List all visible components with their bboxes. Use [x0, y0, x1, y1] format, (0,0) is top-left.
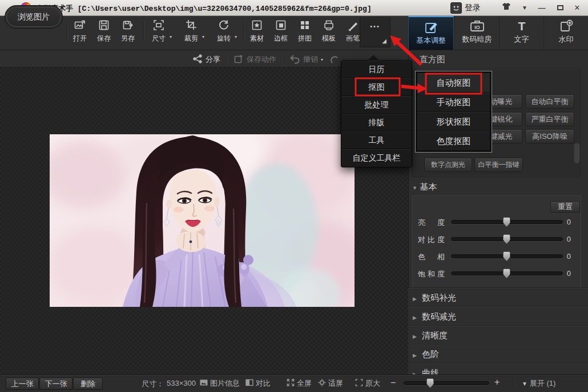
chevron-down-icon[interactable]: ▾	[321, 57, 323, 62]
toolbar-save[interactable]: 保存	[92, 19, 115, 43]
open-icon	[69, 19, 91, 33]
close-button[interactable]: ✕	[571, 2, 583, 14]
menu-item-calendar[interactable]: 日历	[341, 61, 412, 78]
login-button[interactable]: 登录	[465, 3, 481, 13]
zoom-slider[interactable]	[404, 381, 489, 385]
submenu-item-chroma-cutout[interactable]: 色度抠图	[417, 131, 490, 150]
section-levels[interactable]: ▶色阶	[408, 345, 588, 363]
tab-darkroom-label: 数码暗房	[462, 35, 492, 43]
skin-icon[interactable]	[500, 2, 513, 14]
more-tools-button[interactable]: ••• ◢	[360, 18, 390, 47]
toolbar-separator	[143, 21, 144, 39]
menu-item-cutout[interactable]: 抠图	[341, 78, 412, 96]
saturation-label: 饱和度	[418, 269, 451, 279]
corner-triangle-icon: ◢	[382, 38, 386, 44]
toolbar-frame-label: 边框	[269, 34, 292, 43]
tab-darkroom[interactable]: IO 数码暗房	[454, 16, 499, 50]
fit-screen-label: 适屏	[328, 378, 343, 389]
menu-item-batch[interactable]: 批处理	[341, 96, 412, 114]
svg-text:T: T	[518, 19, 525, 33]
submenu-item-auto-cutout[interactable]: 自动抠图	[417, 73, 490, 92]
crop-icon	[180, 19, 203, 33]
original-size-button[interactable]: 原大	[355, 378, 380, 389]
app-window: 光影魔术手 [C:\Users\user\Desktop\img\u=32206…	[0, 0, 588, 392]
menu-item-tools[interactable]: 工具	[341, 131, 412, 149]
svg-text:IO: IO	[474, 25, 480, 30]
chevron-expanded-icon: ▼	[412, 185, 417, 191]
chevron-down-icon[interactable]: ▾	[202, 34, 204, 39]
menu-item-layout[interactable]: 排版	[341, 114, 412, 131]
zoom-out-button[interactable]: −	[390, 378, 396, 388]
saturation-value: 0	[562, 269, 571, 278]
zoom-in-button[interactable]: +	[494, 377, 500, 387]
high-iso-denoise-button[interactable]: 高ISO降噪	[525, 129, 574, 143]
reset-button[interactable]: 重置	[550, 201, 580, 213]
tab-text[interactable]: T 文字	[499, 16, 543, 50]
section-fill-light[interactable]: ▶数码补光	[408, 288, 588, 307]
share-icon	[192, 54, 203, 66]
browse-images-button[interactable]: 浏览图片	[5, 5, 63, 29]
submenu-item-shape-cutout[interactable]: 形状抠图	[417, 112, 490, 131]
more-tools-menu: 日历 抠图 批处理 排版 工具 自定义工具栏	[341, 60, 412, 167]
save-action-button[interactable]: 保存动作	[233, 54, 276, 65]
chevron-down-icon[interactable]: ▾	[235, 34, 237, 39]
tab-basic-adjust[interactable]: 基本调整	[408, 16, 454, 50]
delete-image-button[interactable]: 删除	[73, 378, 103, 390]
contrast-label: 对比度	[418, 235, 451, 245]
redo-icon[interactable]	[330, 55, 340, 67]
fit-screen-button[interactable]: 适屏	[318, 378, 343, 389]
severe-white-balance-button[interactable]: 严重白平衡	[525, 112, 574, 126]
toolbar-save-as[interactable]: 另存	[116, 19, 139, 43]
login-avatar-icon[interactable]	[450, 2, 462, 14]
toolbar-material[interactable]: 素材	[245, 19, 268, 43]
toolbar-crop[interactable]: 裁剪	[180, 19, 203, 43]
cutout-submenu: 自动抠图 手动抠图 形状抠图 色度抠图	[415, 71, 492, 153]
minimize-button[interactable]: —	[535, 2, 548, 14]
size-value: 533×300	[167, 379, 196, 387]
auto-white-balance-button[interactable]: 自动白平衡	[525, 94, 574, 109]
image-info-button[interactable]: 图片信息	[200, 378, 240, 389]
previous-image-button[interactable]: 上一张	[6, 378, 39, 390]
compare-button[interactable]: 对比	[245, 378, 271, 389]
white-balance-one-touch-button[interactable]: 白平衡一指键	[474, 158, 523, 172]
frame-icon	[269, 19, 292, 33]
share-button[interactable]: 分享	[192, 54, 220, 65]
resize-icon	[147, 19, 170, 33]
toolbar-save-label: 保存	[92, 34, 115, 43]
compare-label: 对比	[256, 378, 271, 389]
toolbar-collage[interactable]: 拼图	[293, 19, 316, 43]
toolbar-collage-label: 拼图	[293, 34, 316, 43]
tray-arrow-icon[interactable]: ▼	[518, 2, 531, 14]
toolbar-open-label: 打开	[69, 34, 91, 43]
toolbar-rotate[interactable]: 旋转	[212, 19, 235, 43]
toolbar-frame[interactable]: 边框	[269, 19, 292, 43]
actionbar-separator	[281, 53, 281, 65]
submenu-item-manual-cutout[interactable]: 手动抠图	[417, 93, 490, 111]
toolbar-template[interactable]: 模板	[317, 19, 340, 43]
share-label: 分享	[206, 54, 220, 65]
fullscreen-button[interactable]: 全屏	[287, 378, 312, 389]
undo-button[interactable]: 撤销 ▾	[289, 54, 323, 65]
expand-panel-button[interactable]: ▼ 展开 (1)	[522, 378, 555, 389]
maximize-button[interactable]	[557, 5, 563, 10]
template-icon	[317, 19, 340, 33]
section-dim-light[interactable]: ▶数码减光	[408, 307, 588, 326]
toolbar-separator	[244, 21, 244, 39]
photo-preview[interactable]	[50, 134, 355, 307]
save-action-icon	[233, 54, 244, 66]
section-basic-header[interactable]: ▼ 基本	[412, 182, 437, 193]
chevron-down-icon[interactable]: ▾	[170, 34, 172, 39]
toolbar-resize[interactable]: 尺寸	[147, 19, 170, 43]
original-size-label: 原大	[365, 378, 380, 389]
digital-spot-metering-button[interactable]: 数字点测光	[424, 158, 472, 172]
toolbar-open[interactable]: 打开	[69, 19, 91, 43]
menu-item-customize-toolbar[interactable]: 自定义工具栏	[341, 149, 412, 167]
panel-scrollbar[interactable]	[574, 143, 580, 163]
actionbar-separator	[226, 53, 227, 65]
hue-value: 0	[562, 252, 571, 261]
next-image-button[interactable]: 下一张	[39, 378, 73, 390]
tab-watermark-label: 水印	[559, 35, 574, 43]
section-clarity[interactable]: ▶清晰度	[408, 326, 588, 345]
tab-watermark[interactable]: 水印	[543, 16, 588, 50]
fit-screen-icon	[318, 379, 326, 388]
